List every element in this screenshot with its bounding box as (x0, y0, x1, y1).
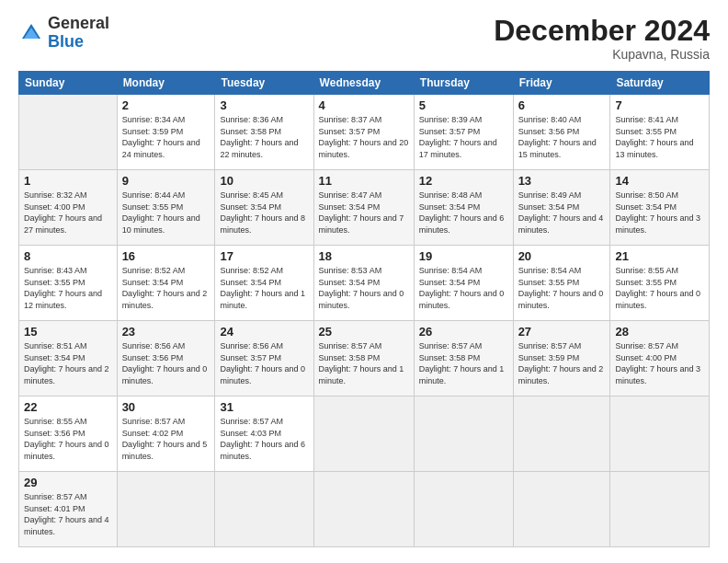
week-row-0: 2Sunrise: 8:34 AMSunset: 3:59 PMDaylight… (19, 95, 710, 170)
calendar-cell: 16Sunrise: 8:52 AMSunset: 3:54 PMDayligh… (117, 246, 215, 321)
calendar-cell: 3Sunrise: 8:36 AMSunset: 3:58 PMDaylight… (215, 95, 313, 170)
calendar-cell: 15Sunrise: 8:51 AMSunset: 3:54 PMDayligh… (19, 321, 118, 396)
day-info: Sunrise: 8:43 AMSunset: 3:55 PMDaylight:… (24, 266, 102, 310)
day-info: Sunrise: 8:53 AMSunset: 3:54 PMDaylight:… (319, 266, 404, 310)
calendar-cell: 19Sunrise: 8:54 AMSunset: 3:54 PMDayligh… (414, 246, 513, 321)
day-info: Sunrise: 8:55 AMSunset: 3:56 PMDaylight:… (24, 417, 109, 461)
header: General Blue December 2024 Kupavna, Russ… (18, 15, 710, 62)
day-number: 19 (419, 249, 508, 263)
day-number: 16 (122, 249, 210, 263)
day-info: Sunrise: 8:57 AMSunset: 3:58 PMDaylight:… (419, 341, 505, 385)
calendar-cell: 25Sunrise: 8:57 AMSunset: 3:58 PMDayligh… (313, 321, 414, 396)
day-number: 4 (319, 98, 409, 112)
day-info: Sunrise: 8:49 AMSunset: 3:54 PMDaylight:… (518, 190, 604, 235)
calendar-cell (414, 396, 513, 472)
day-number: 23 (122, 325, 210, 339)
calendar-cell: 9Sunrise: 8:44 AMSunset: 3:55 PMDaylight… (117, 170, 215, 246)
logo-general: General (48, 14, 109, 32)
day-info: Sunrise: 8:54 AMSunset: 3:54 PMDaylight:… (419, 266, 505, 310)
calendar-cell: 17Sunrise: 8:52 AMSunset: 3:54 PMDayligh… (215, 246, 313, 321)
day-number: 24 (220, 325, 308, 339)
logo: General Blue (18, 15, 109, 52)
day-number: 1 (24, 174, 112, 188)
day-info: Sunrise: 8:57 AMSunset: 4:02 PMDaylight:… (122, 417, 208, 461)
day-number: 10 (220, 174, 308, 188)
day-info: Sunrise: 8:50 AMSunset: 3:54 PMDaylight:… (615, 190, 700, 235)
calendar-cell: 6Sunrise: 8:40 AMSunset: 3:56 PMDaylight… (513, 95, 610, 170)
calendar-cell (610, 396, 710, 472)
day-number: 21 (615, 249, 704, 263)
calendar-cell: 24Sunrise: 8:56 AMSunset: 3:57 PMDayligh… (215, 321, 313, 396)
logo-text: General Blue (48, 15, 109, 52)
calendar-cell (513, 396, 610, 472)
day-number: 27 (518, 325, 606, 339)
day-number: 7 (615, 98, 704, 112)
day-info: Sunrise: 8:39 AMSunset: 3:57 PMDaylight:… (419, 115, 497, 159)
logo-icon (18, 20, 44, 46)
calendar-cell (19, 95, 118, 170)
day-number: 2 (122, 98, 210, 112)
day-info: Sunrise: 8:48 AMSunset: 3:54 PMDaylight:… (419, 190, 505, 235)
day-number: 17 (220, 249, 308, 263)
col-tuesday: Tuesday (215, 72, 313, 95)
calendar-cell: 31Sunrise: 8:57 AMSunset: 4:03 PMDayligh… (215, 396, 313, 472)
day-info: Sunrise: 8:41 AMSunset: 3:55 PMDaylight:… (615, 115, 693, 159)
calendar-cell: 7Sunrise: 8:41 AMSunset: 3:55 PMDaylight… (610, 95, 710, 170)
day-info: Sunrise: 8:57 AMSunset: 3:58 PMDaylight:… (319, 341, 404, 385)
calendar-cell: 20Sunrise: 8:54 AMSunset: 3:55 PMDayligh… (513, 246, 610, 321)
calendar-cell (610, 472, 710, 547)
day-number: 8 (24, 249, 112, 263)
week-row-5: 29Sunrise: 8:57 AMSunset: 4:01 PMDayligh… (19, 472, 710, 547)
col-thursday: Thursday (414, 72, 513, 95)
day-info: Sunrise: 8:54 AMSunset: 3:55 PMDaylight:… (518, 266, 604, 310)
day-info: Sunrise: 8:32 AMSunset: 4:00 PMDaylight:… (24, 190, 102, 235)
day-info: Sunrise: 8:57 AMSunset: 3:59 PMDaylight:… (518, 341, 604, 385)
col-wednesday: Wednesday (313, 72, 414, 95)
day-number: 3 (220, 98, 308, 112)
day-info: Sunrise: 8:55 AMSunset: 3:55 PMDaylight:… (615, 266, 700, 310)
day-number: 25 (319, 325, 409, 339)
logo-blue: Blue (48, 32, 84, 51)
calendar-cell: 2Sunrise: 8:34 AMSunset: 3:59 PMDaylight… (117, 95, 215, 170)
day-info: Sunrise: 8:44 AMSunset: 3:55 PMDaylight:… (122, 190, 200, 235)
calendar-cell: 13Sunrise: 8:49 AMSunset: 3:54 PMDayligh… (513, 170, 610, 246)
day-info: Sunrise: 8:57 AMSunset: 4:01 PMDaylight:… (24, 492, 109, 536)
calendar-cell: 4Sunrise: 8:37 AMSunset: 3:57 PMDaylight… (313, 95, 414, 170)
header-row: Sunday Monday Tuesday Wednesday Thursday… (19, 72, 710, 95)
calendar-cell (313, 472, 414, 547)
day-info: Sunrise: 8:56 AMSunset: 3:56 PMDaylight:… (122, 341, 208, 385)
day-info: Sunrise: 8:34 AMSunset: 3:59 PMDaylight:… (122, 115, 200, 159)
day-info: Sunrise: 8:57 AMSunset: 4:03 PMDaylight:… (220, 417, 305, 461)
day-info: Sunrise: 8:36 AMSunset: 3:58 PMDaylight:… (220, 115, 298, 159)
calendar-cell: 10Sunrise: 8:45 AMSunset: 3:54 PMDayligh… (215, 170, 313, 246)
day-info: Sunrise: 8:57 AMSunset: 4:00 PMDaylight:… (615, 341, 700, 385)
col-monday: Monday (117, 72, 215, 95)
calendar-cell (215, 472, 313, 547)
calendar-cell (513, 472, 610, 547)
col-friday: Friday (513, 72, 610, 95)
calendar-cell: 22Sunrise: 8:55 AMSunset: 3:56 PMDayligh… (19, 396, 118, 472)
day-number: 20 (518, 249, 606, 263)
calendar-cell: 11Sunrise: 8:47 AMSunset: 3:54 PMDayligh… (313, 170, 414, 246)
week-row-1: 1Sunrise: 8:32 AMSunset: 4:00 PMDaylight… (19, 170, 710, 246)
calendar-cell: 28Sunrise: 8:57 AMSunset: 4:00 PMDayligh… (610, 321, 710, 396)
calendar-cell (313, 396, 414, 472)
week-row-2: 8Sunrise: 8:43 AMSunset: 3:55 PMDaylight… (19, 246, 710, 321)
calendar-cell: 12Sunrise: 8:48 AMSunset: 3:54 PMDayligh… (414, 170, 513, 246)
col-saturday: Saturday (610, 72, 710, 95)
title-block: December 2024 Kupavna, Russia (494, 15, 710, 62)
day-number: 14 (615, 174, 704, 188)
calendar-cell: 14Sunrise: 8:50 AMSunset: 3:54 PMDayligh… (610, 170, 710, 246)
calendar-table: Sunday Monday Tuesday Wednesday Thursday… (18, 71, 710, 547)
col-sunday: Sunday (19, 72, 118, 95)
calendar-cell: 8Sunrise: 8:43 AMSunset: 3:55 PMDaylight… (19, 246, 118, 321)
calendar-cell: 27Sunrise: 8:57 AMSunset: 3:59 PMDayligh… (513, 321, 610, 396)
day-number: 13 (518, 174, 606, 188)
day-info: Sunrise: 8:40 AMSunset: 3:56 PMDaylight:… (518, 115, 597, 159)
day-number: 26 (419, 325, 508, 339)
day-info: Sunrise: 8:56 AMSunset: 3:57 PMDaylight:… (220, 341, 305, 385)
day-number: 29 (24, 476, 112, 489)
month-title: December 2024 (494, 15, 710, 47)
week-row-4: 22Sunrise: 8:55 AMSunset: 3:56 PMDayligh… (19, 396, 710, 472)
location: Kupavna, Russia (494, 47, 710, 62)
